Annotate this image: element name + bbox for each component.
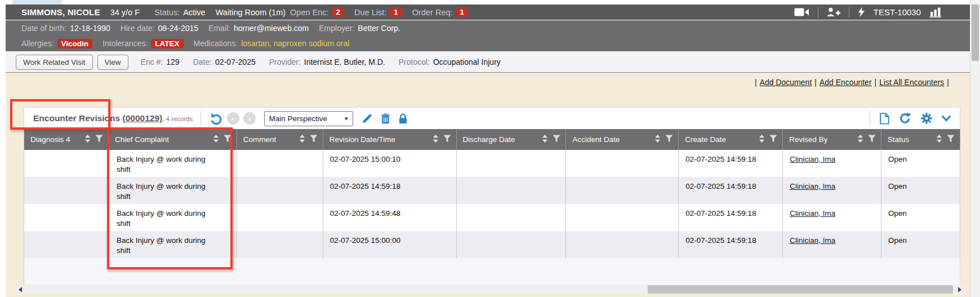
new-document-icon[interactable] bbox=[880, 113, 889, 125]
sort-icon[interactable] bbox=[84, 134, 91, 145]
filter-funnel-icon[interactable] bbox=[769, 135, 777, 144]
trash-icon[interactable] bbox=[381, 113, 390, 124]
column-header-discharge[interactable]: Discharge Date bbox=[457, 129, 567, 150]
add-encounter-link[interactable]: Add Encounter bbox=[819, 78, 872, 87]
horizontal-scrollbar-thumb[interactable] bbox=[648, 285, 953, 294]
add-document-link[interactable]: Add Document bbox=[760, 78, 812, 87]
grid-cell-revised-by: Clinician, Ima bbox=[783, 150, 881, 177]
filter-funnel-icon[interactable] bbox=[947, 135, 955, 144]
encounter-fields: Enc #:129 Date:02-07-2025 Provider:Inter… bbox=[141, 57, 501, 67]
grid-cell-revised-by: Clinician, Ima bbox=[783, 231, 881, 258]
email-value: horner@mieweb.com bbox=[234, 24, 309, 33]
column-header-status[interactable]: Status bbox=[881, 129, 960, 150]
sort-icon[interactable] bbox=[542, 134, 548, 145]
column-header-revision[interactable]: Revision Date/Time bbox=[323, 129, 457, 150]
work-related-visit-button[interactable]: Work Related Visit bbox=[16, 55, 93, 70]
patient-banner-row-3: Allergies: Vicodin Intolerances: LATEX M… bbox=[6, 36, 970, 51]
filter-funnel-icon[interactable] bbox=[310, 135, 318, 144]
protocol-label: Protocol: bbox=[399, 57, 430, 67]
due-list-count-badge[interactable]: 1 bbox=[390, 7, 402, 17]
link-separator: | bbox=[947, 78, 949, 87]
view-button[interactable]: View bbox=[97, 55, 128, 70]
perspective-select-value: Main Perspective bbox=[269, 114, 328, 123]
provider-label: Provider: bbox=[269, 57, 301, 67]
grid-cell-diagnosis4 bbox=[24, 177, 109, 204]
grid-cell-revision: 02-07-2025 15:00:00 bbox=[323, 231, 457, 258]
sort-icon[interactable] bbox=[936, 134, 942, 145]
column-header-accident[interactable]: Accident Date bbox=[566, 129, 679, 150]
grid-cell-create: 02-07-2025 14:59:18 bbox=[679, 150, 783, 177]
revisions-toolbar: Encounter Revisions (0000129), 4 records… bbox=[24, 107, 960, 129]
enc-number-label: Enc #: bbox=[141, 57, 163, 67]
status-value: Active bbox=[183, 8, 206, 17]
vertical-scrollbar-thumb[interactable] bbox=[972, 5, 979, 61]
person-add-icon[interactable] bbox=[827, 7, 840, 17]
revised-by-link[interactable]: Clinician, Ima bbox=[790, 236, 835, 245]
prev-page-icon[interactable]: ‹ bbox=[227, 112, 239, 125]
undo-icon[interactable] bbox=[210, 112, 223, 125]
sort-icon[interactable] bbox=[654, 134, 661, 145]
column-header-create[interactable]: Create Date bbox=[679, 129, 783, 150]
grid-cell-comment bbox=[237, 231, 323, 258]
column-header-label: Revised By bbox=[789, 135, 827, 144]
patient-age-sex: 34 y/o F bbox=[110, 8, 140, 17]
sort-icon[interactable] bbox=[299, 134, 305, 145]
horizontal-scrollbar[interactable] bbox=[16, 285, 964, 294]
lock-icon[interactable] bbox=[399, 113, 407, 124]
chevron-down-icon[interactable] bbox=[942, 116, 951, 122]
edit-pencil-icon[interactable] bbox=[362, 113, 372, 124]
next-page-icon[interactable]: › bbox=[243, 112, 256, 125]
filter-funnel-icon[interactable] bbox=[443, 135, 451, 144]
sort-icon[interactable] bbox=[759, 134, 765, 145]
column-header-label: Comment bbox=[243, 135, 277, 144]
panel-encounter-number-link[interactable]: (0000129) bbox=[123, 113, 163, 123]
grid-empty-area bbox=[24, 258, 960, 285]
filter-funnel-icon[interactable] bbox=[553, 135, 560, 144]
scroll-left-arrow-icon[interactable] bbox=[19, 287, 22, 292]
filter-funnel-icon[interactable] bbox=[95, 135, 103, 144]
column-header-diagnosis4[interactable]: Diagnosis 4 bbox=[24, 129, 109, 150]
column-header-chief-complaint[interactable]: Chief Complaint bbox=[109, 129, 237, 150]
bar-chart-icon[interactable] bbox=[929, 7, 943, 17]
hire-date-label: Hire date: bbox=[121, 24, 155, 33]
column-header-label: Create Date bbox=[685, 135, 726, 144]
filter-funnel-icon[interactable] bbox=[224, 135, 231, 144]
enc-date-label: Date: bbox=[193, 57, 212, 67]
panel-title-text: Encounter Revisions bbox=[33, 113, 120, 123]
grid-cell-status: Open bbox=[881, 231, 960, 258]
table-row[interactable]: Back Injury @ work during shift02-07-202… bbox=[24, 231, 960, 258]
filter-funnel-icon[interactable] bbox=[665, 135, 673, 144]
table-row[interactable]: Back Injury @ work during shift02-07-202… bbox=[24, 177, 960, 204]
sort-icon[interactable] bbox=[433, 134, 439, 145]
open-enc-count-badge[interactable]: 2 bbox=[332, 7, 345, 17]
revised-by-link[interactable]: Clinician, Ima bbox=[790, 182, 835, 190]
revised-by-link[interactable]: Clinician, Ima bbox=[790, 155, 835, 163]
patient-banner: SIMMONS, NICOLE 34 y/o F Status: Active … bbox=[6, 5, 970, 52]
scroll-right-arrow-icon[interactable] bbox=[958, 287, 961, 292]
grid-cell-chief-complaint: Back Injury @ work during shift bbox=[109, 204, 237, 231]
table-row[interactable]: Back Injury @ work during shift02-07-202… bbox=[24, 204, 960, 231]
lightning-bolt-icon[interactable] bbox=[858, 7, 865, 17]
sort-icon[interactable] bbox=[857, 134, 863, 145]
refresh-icon[interactable] bbox=[899, 112, 911, 125]
list-all-encounters-link[interactable]: List All Encounters bbox=[879, 78, 944, 87]
video-camera-icon[interactable] bbox=[794, 7, 809, 17]
revised-by-link[interactable]: Clinician, Ima bbox=[790, 209, 835, 218]
grid-cell-discharge bbox=[457, 150, 567, 177]
column-header-revised-by[interactable]: Revised By bbox=[783, 129, 881, 150]
toolbar-right-icons bbox=[870, 111, 951, 126]
filter-funnel-icon[interactable] bbox=[868, 135, 876, 144]
table-row[interactable]: Back Injury @ work during shift02-07-202… bbox=[24, 150, 960, 177]
column-header-comment[interactable]: Comment bbox=[237, 129, 323, 150]
grid-cell-revised-by: Clinician, Ima bbox=[783, 177, 881, 204]
grid-cell-chief-complaint: Back Injury @ work during shift bbox=[109, 177, 237, 204]
enc-number-value: 129 bbox=[166, 57, 179, 67]
order-req-count-badge[interactable]: 1 bbox=[456, 7, 469, 17]
intolerance-badge[interactable]: LATEX bbox=[151, 39, 183, 48]
gear-icon[interactable] bbox=[921, 113, 932, 124]
sort-icon[interactable] bbox=[213, 134, 219, 145]
allergy-badge[interactable]: Vicodin bbox=[57, 39, 93, 48]
vertical-scrollbar[interactable] bbox=[970, 0, 980, 297]
perspective-select[interactable]: Main Perspective ▾ bbox=[264, 111, 353, 126]
column-header-label: Revision Date/Time bbox=[329, 135, 395, 144]
